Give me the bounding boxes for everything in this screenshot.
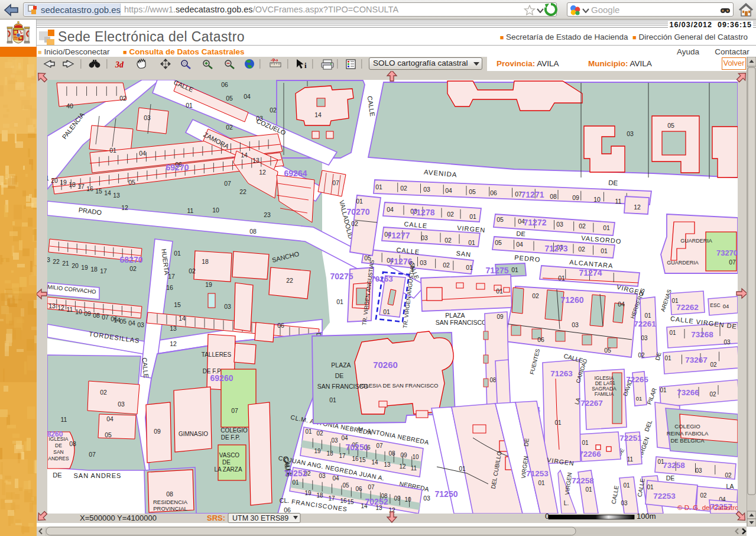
svg-text:13: 13 [113, 192, 120, 199]
svg-text:19: 19 [205, 281, 212, 288]
svg-text:72265: 72265 [626, 375, 648, 384]
svg-text:70252: 70252 [284, 469, 307, 478]
svg-text:GUARDERIA: GUARDERIA [680, 238, 712, 244]
svg-text:73266: 73266 [677, 388, 699, 397]
svg-text:© D. G. del Catastro: © D. G. del Catastro [677, 504, 739, 511]
svg-text:01: 01 [647, 484, 654, 490]
svg-text:01: 01 [601, 247, 608, 254]
svg-text:69260: 69260 [210, 373, 233, 383]
svg-text:01: 01 [336, 298, 343, 305]
svg-text:02: 02 [189, 267, 196, 275]
svg-text:13: 13 [384, 461, 391, 468]
svg-text:71260: 71260 [561, 295, 584, 305]
svg-text:02: 02 [638, 352, 645, 359]
svg-text:71278: 71278 [412, 208, 435, 217]
svg-text:14: 14 [113, 317, 121, 324]
svg-text:16: 16 [166, 284, 173, 291]
svg-text:UTM 30 ETRS89: UTM 30 ETRS89 [232, 514, 288, 522]
svg-text:i: i [304, 61, 307, 70]
svg-text:13: 13 [170, 325, 177, 332]
svg-text:69264: 69264 [284, 169, 307, 178]
svg-text:11: 11 [67, 306, 73, 313]
svg-text:03: 03 [723, 339, 731, 346]
svg-text:01: 01 [644, 312, 651, 319]
svg-text:05: 05 [667, 122, 674, 129]
svg-text:10: 10 [593, 196, 601, 203]
svg-text:GIMNASIO: GIMNASIO [179, 431, 208, 437]
svg-text:X=500000 Y=4100000: X=500000 Y=4100000 [80, 514, 157, 522]
svg-text:09: 09 [394, 495, 401, 502]
svg-text:02: 02 [709, 391, 716, 398]
svg-text:02: 02 [725, 472, 732, 479]
svg-text:05: 05 [226, 95, 233, 102]
svg-text:09: 09 [572, 194, 579, 201]
svg-text:04: 04 [341, 435, 348, 441]
svg-text:16: 16 [352, 456, 359, 462]
svg-text:01: 01 [554, 419, 562, 426]
svg-text:COLEGIO: COLEGIO [220, 427, 248, 434]
svg-text:04: 04 [106, 415, 113, 422]
svg-text:17: 17 [328, 495, 335, 502]
svg-text:01: 01 [609, 380, 615, 386]
svg-text:10: 10 [212, 206, 219, 214]
svg-text:70252: 70252 [365, 497, 388, 506]
svg-text:04: 04 [128, 319, 135, 327]
svg-text:17: 17 [77, 183, 85, 190]
svg-text:02: 02 [447, 211, 454, 218]
svg-text:70275: 70275 [330, 272, 353, 281]
svg-text:12: 12 [634, 204, 641, 211]
svg-text:72261: 72261 [634, 319, 656, 328]
svg-text:02: 02 [351, 220, 358, 227]
svg-text:23: 23 [264, 211, 271, 218]
svg-text:IGLESIA: IGLESIA [48, 436, 68, 442]
svg-text:72267: 72267 [580, 399, 603, 408]
svg-text:71253: 71253 [526, 469, 549, 478]
svg-text:21: 21 [62, 260, 69, 267]
svg-text:L.: L. [564, 500, 569, 506]
svg-text:03: 03 [144, 114, 151, 121]
svg-text:15: 15 [174, 301, 181, 308]
svg-text:PLAZA: PLAZA [331, 361, 351, 369]
svg-text:04: 04 [139, 150, 146, 157]
svg-text:02: 02 [119, 95, 126, 102]
svg-text:68270: 68270 [120, 255, 143, 264]
svg-text:19: 19 [304, 490, 312, 496]
svg-text:DE: DE [666, 474, 675, 482]
svg-text:11: 11 [61, 416, 67, 423]
svg-text:09: 09 [400, 452, 407, 458]
svg-text:REINA FABIOLA: REINA FABIOLA [667, 430, 709, 437]
svg-text:06: 06 [284, 506, 291, 514]
svg-text:07: 07 [376, 443, 383, 449]
svg-text:09: 09 [154, 428, 161, 435]
svg-text:05: 05 [497, 216, 504, 223]
svg-text:03: 03 [695, 467, 702, 474]
svg-text:DE: DE [55, 443, 62, 448]
svg-text:04: 04 [723, 303, 729, 309]
svg-text:09: 09 [497, 314, 504, 320]
svg-text:71277: 71277 [387, 231, 410, 240]
svg-text:08: 08 [93, 312, 100, 319]
svg-text:06: 06 [221, 81, 228, 88]
svg-text:01: 01 [109, 147, 116, 154]
svg-text:04: 04 [244, 93, 251, 100]
svg-text:07: 07 [332, 179, 339, 186]
svg-text:02: 02 [129, 265, 137, 272]
svg-text:01: 01 [329, 396, 336, 403]
svg-text:02: 02 [316, 430, 323, 437]
svg-text:12: 12 [57, 304, 64, 311]
svg-text:22: 22 [53, 258, 60, 265]
svg-text:07: 07 [368, 484, 375, 490]
svg-text:02: 02 [400, 185, 407, 192]
svg-text:01: 01 [459, 466, 466, 472]
svg-text:DE: DE [608, 179, 618, 186]
svg-text:04: 04 [445, 187, 452, 194]
svg-text:03: 03 [627, 130, 634, 137]
svg-text:17: 17 [339, 453, 346, 459]
svg-text:DE: DE [222, 459, 231, 466]
svg-text:DE: DE [53, 472, 61, 479]
svg-text:01: 01 [468, 239, 475, 246]
svg-text:01: 01 [383, 308, 390, 315]
svg-text:01: 01 [356, 198, 363, 205]
svg-text:01: 01 [466, 264, 473, 271]
svg-text:COLEGIO: COLEGIO [674, 423, 700, 430]
